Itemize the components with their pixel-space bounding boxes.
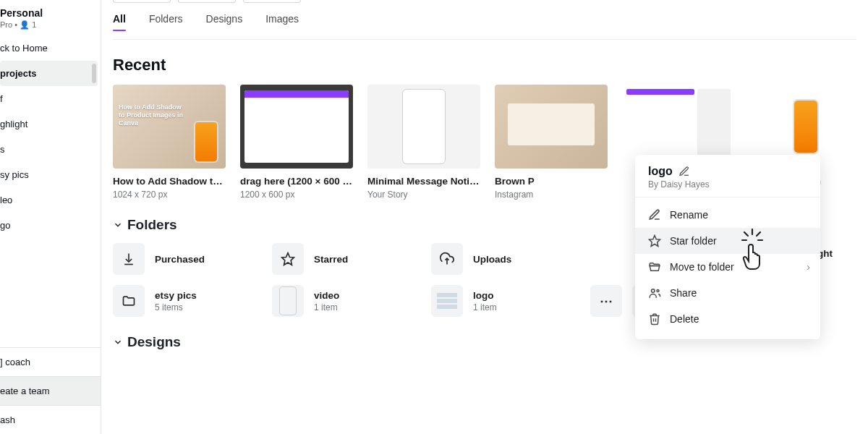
sidebar-back-home[interactable]: ck to Home — [0, 35, 101, 61]
design-card[interactable]: Brown P Instagram — [495, 85, 608, 200]
tab-folders[interactable]: Folders — [149, 13, 183, 30]
context-subtitle: By Daisy Hayes — [648, 179, 807, 190]
sidebar-item-1[interactable]: f — [0, 86, 101, 111]
folder-meta: 1 item — [473, 302, 497, 312]
design-thumb — [240, 85, 353, 169]
workspace-header: Personal Pro • 👤 1 — [0, 0, 101, 35]
folder-meta: 5 items — [155, 302, 197, 312]
download-icon — [113, 243, 145, 275]
design-title: How to Add Shadow to Pr… — [113, 176, 226, 187]
more-icon[interactable]: ⋯ — [590, 285, 622, 317]
folder-open-icon — [648, 260, 661, 273]
design-card[interactable]: drag here (868 × 434 px) 868 x 434 px — [240, 85, 353, 200]
filter-box[interactable] — [113, 0, 171, 3]
folder-meta: 1 item — [314, 302, 339, 312]
svg-point-3 — [652, 289, 655, 293]
folder-uploads[interactable]: Uploads — [431, 243, 580, 275]
design-card[interactable]: How to Add Shadow to Product Images in C… — [113, 85, 226, 200]
design-thumb — [367, 85, 480, 169]
sidebar-item-4[interactable]: sy pics — [0, 162, 101, 187]
folder-name: etsy pics — [155, 290, 197, 301]
chevron-right-icon: › — [807, 261, 810, 273]
tab-all[interactable]: All — [113, 13, 126, 30]
filter-box[interactable] — [243, 0, 301, 3]
folder-name: Starred — [314, 254, 348, 265]
sidebar-item-2[interactable]: ghlight — [0, 111, 101, 137]
design-thumb — [495, 85, 608, 169]
workspace-name: Personal — [0, 7, 95, 19]
context-move-folder[interactable]: Move to folder › — [635, 254, 820, 280]
chevron-down-icon — [113, 220, 123, 230]
sidebar-coach[interactable]: ] coach — [0, 347, 101, 376]
main-content: All Folders Designs Images Recent How to… — [101, 0, 868, 434]
folder-name: video — [314, 290, 339, 301]
pencil-icon — [648, 208, 661, 221]
svg-marker-2 — [650, 236, 660, 247]
context-menu: logo By Daisy Hayes Rename Star folder M… — [635, 155, 820, 339]
design-meta: Instagram — [495, 190, 608, 200]
pencil-icon[interactable] — [678, 166, 690, 177]
design-thumb: How to Add Shadow to Product Images in C… — [113, 85, 226, 169]
design-meta: 1024 x 720 px — [113, 190, 226, 200]
workspace-meta: Pro • 👤 1 — [0, 20, 95, 30]
design-meta: Your Story — [367, 190, 480, 200]
section-recent-title: Recent — [113, 56, 856, 75]
sidebar-trash[interactable]: ash — [0, 405, 101, 434]
svg-marker-0 — [282, 253, 294, 265]
star-icon — [272, 243, 304, 275]
star-icon — [648, 234, 661, 247]
folder-etsy-pics[interactable]: etsy pics5 items — [113, 285, 262, 317]
folder-starred[interactable]: Starred — [272, 243, 421, 275]
tab-images[interactable]: Images — [265, 13, 299, 30]
context-delete[interactable]: Delete — [635, 306, 820, 332]
sidebar-item-6[interactable]: go — [0, 213, 101, 238]
context-rename[interactable]: Rename — [635, 202, 820, 228]
folder-name: Uploads — [473, 254, 511, 265]
sidebar-item-3[interactable]: s — [0, 137, 101, 162]
folder-icon — [113, 285, 145, 317]
context-star-folder[interactable]: Star folder — [635, 228, 820, 254]
sidebar-create-team[interactable]: eate a team — [0, 376, 101, 405]
filter-box[interactable] — [178, 0, 236, 3]
folder-video[interactable]: video1 item — [272, 285, 421, 317]
sidebar: Personal Pro • 👤 1 ck to Home projects f… — [0, 0, 101, 434]
design-title: Minimal Message Notific… — [367, 176, 480, 187]
folder-name: Purchased — [155, 254, 205, 265]
design-card[interactable]: Minimal Message Notific… Your Story — [367, 85, 480, 200]
design-title: drag here (868 × 434 px) — [240, 176, 353, 187]
context-title: logo — [648, 165, 673, 178]
people-icon — [648, 286, 661, 299]
sidebar-item-projects[interactable]: projects — [0, 61, 98, 86]
svg-point-4 — [657, 290, 659, 292]
folder-purchased[interactable]: Purchased — [113, 243, 262, 275]
folder-logo[interactable]: logo1 item — [431, 285, 580, 317]
sidebar-item-5[interactable]: leo — [0, 187, 101, 213]
design-title: Brown P — [495, 176, 608, 187]
video-thumb-icon — [272, 285, 304, 317]
context-share[interactable]: Share — [635, 280, 820, 306]
folder-name: logo — [473, 290, 497, 301]
tabs: All Folders Designs Images — [113, 7, 856, 40]
cloud-upload-icon — [431, 243, 463, 275]
context-header: logo By Daisy Hayes — [635, 162, 820, 197]
tab-designs[interactable]: Designs — [206, 13, 243, 30]
trash-icon — [648, 312, 661, 326]
logo-thumb-icon — [431, 285, 463, 317]
toolbar-filter-boxes — [113, 0, 856, 7]
design-meta: 868 x 434 px — [240, 190, 353, 200]
chevron-down-icon — [113, 337, 123, 347]
